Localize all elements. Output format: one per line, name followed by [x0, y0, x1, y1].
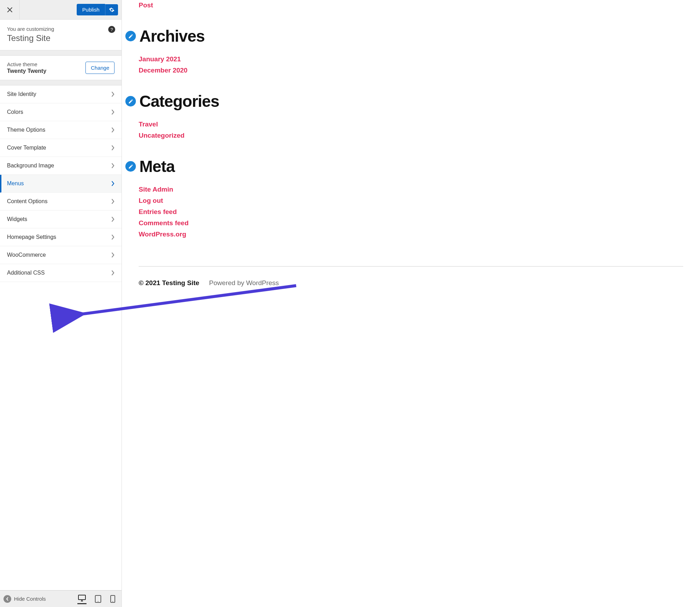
publish-settings-button[interactable]	[105, 4, 118, 15]
list-item: Entries feed	[139, 208, 700, 216]
chevron-right-icon	[111, 181, 115, 186]
customizer-header-panel: You are customizing Testing Site ?	[0, 20, 122, 50]
sidebar-item-content-options[interactable]: Content Options	[0, 193, 122, 211]
edit-widget-button[interactable]	[125, 31, 136, 41]
pencil-icon	[128, 164, 133, 169]
sidebar-item-cover-template[interactable]: Cover Template	[0, 139, 122, 157]
help-button[interactable]: ?	[108, 26, 115, 33]
list-item: January 2021	[139, 55, 700, 63]
widget-meta: MetaSite AdminLog outEntries feedComment…	[139, 157, 700, 238]
preview-pane: Post ArchivesJanuary 2021December 2020Ca…	[122, 0, 700, 607]
chevron-right-icon	[111, 127, 115, 133]
device-tablet-button[interactable]	[94, 593, 102, 604]
widget-link[interactable]: Site Admin	[139, 186, 173, 193]
sidebar-item-label: Homepage Settings	[7, 234, 56, 240]
sidebar-item-background-image[interactable]: Background Image	[0, 157, 122, 175]
site-title: Testing Site	[7, 33, 115, 43]
footer: © 2021 Testing Site Powered by WordPress	[139, 279, 700, 287]
gear-icon	[109, 7, 115, 13]
chevron-right-icon	[111, 109, 115, 115]
sidebar-item-additional-css[interactable]: Additional CSS	[0, 264, 122, 282]
widget-heading: Categories	[139, 92, 219, 111]
hide-controls-button[interactable]: Hide Controls	[4, 595, 46, 603]
device-mobile-button[interactable]	[110, 593, 116, 604]
change-theme-button[interactable]: Change	[85, 62, 115, 74]
sidebar-item-colors[interactable]: Colors	[0, 103, 122, 121]
sidebar-item-label: Site Identity	[7, 91, 36, 97]
sidebar-item-label: Additional CSS	[7, 270, 45, 276]
theme-panel: Active theme Twenty Twenty Change	[0, 55, 122, 80]
footer-separator	[139, 266, 683, 267]
list-item: Travel	[139, 120, 700, 128]
widget-heading: Meta	[139, 157, 175, 176]
customizer-sidebar: Publish You are customizing Testing Site…	[0, 0, 122, 607]
chevron-right-icon	[111, 91, 115, 97]
sidebar-item-label: Theme Options	[7, 127, 45, 133]
list-item: December 2020	[139, 67, 700, 74]
chevron-right-icon	[111, 234, 115, 240]
list-item: Comments feed	[139, 219, 700, 227]
chevron-right-icon	[111, 270, 115, 276]
sidebar-item-site-identity[interactable]: Site Identity	[0, 85, 122, 103]
close-customizer-button[interactable]	[0, 0, 20, 19]
customizer-section-list: Site IdentityColorsTheme OptionsCover Te…	[0, 85, 122, 590]
chevron-right-icon	[111, 216, 115, 222]
theme-name: Twenty Twenty	[7, 68, 46, 74]
widget-link[interactable]: Travel	[139, 120, 158, 128]
edit-widget-button[interactable]	[125, 96, 136, 106]
footer-copyright: © 2021 Testing Site	[139, 279, 199, 287]
svg-rect-0	[78, 595, 85, 600]
sidebar-item-label: Colors	[7, 109, 23, 115]
chevron-left-icon	[4, 595, 11, 603]
pencil-icon	[128, 99, 133, 104]
widget-link[interactable]: Entries feed	[139, 208, 177, 215]
list-item: WordPress.org	[139, 230, 700, 238]
chevron-right-icon	[111, 252, 115, 258]
svg-point-2	[98, 601, 98, 602]
widget-link[interactable]: December 2020	[139, 67, 187, 74]
publish-button[interactable]: Publish	[77, 4, 105, 15]
sidebar-item-widgets[interactable]: Widgets	[0, 211, 122, 228]
customizer-topbar: Publish	[0, 0, 122, 20]
widget-link[interactable]: Comments feed	[139, 219, 189, 227]
device-desktop-button[interactable]	[77, 593, 86, 604]
list-item: Uncategorized	[139, 132, 700, 139]
sidebar-item-homepage-settings[interactable]: Homepage Settings	[0, 228, 122, 246]
chevron-right-icon	[111, 199, 115, 204]
widget-link[interactable]: Uncategorized	[139, 132, 185, 139]
active-theme-label: Active theme	[7, 61, 46, 67]
chevron-right-icon	[111, 163, 115, 168]
widget-categories: CategoriesTravelUncategorized	[139, 92, 700, 139]
customizing-label: You are customizing	[7, 26, 115, 32]
edit-widget-button[interactable]	[125, 161, 136, 172]
mobile-icon	[110, 595, 115, 603]
sidebar-item-label: WooCommerce	[7, 252, 46, 258]
widget-heading: Archives	[139, 27, 205, 46]
desktop-icon	[78, 595, 86, 602]
footer-powered-by[interactable]: Powered by WordPress	[209, 279, 279, 287]
sidebar-item-label: Background Image	[7, 163, 54, 169]
hide-controls-label: Hide Controls	[14, 596, 46, 602]
sidebar-item-menus[interactable]: Menus	[0, 175, 122, 193]
widget-archives: ArchivesJanuary 2021December 2020	[139, 27, 700, 74]
close-icon	[7, 7, 13, 13]
widget-link[interactable]: January 2021	[139, 55, 181, 63]
svg-point-4	[112, 601, 113, 602]
post-link[interactable]: Post	[139, 1, 153, 9]
sidebar-item-label: Content Options	[7, 198, 48, 205]
widget-link[interactable]: WordPress.org	[139, 230, 186, 238]
widget-link-list: January 2021December 2020	[139, 55, 700, 74]
sidebar-item-label: Widgets	[7, 216, 27, 222]
list-item: Log out	[139, 197, 700, 205]
sidebar-item-label: Menus	[7, 180, 24, 187]
widget-link[interactable]: Log out	[139, 197, 163, 204]
widget-link-list: Site AdminLog outEntries feedComments fe…	[139, 186, 700, 238]
widget-link-list: TravelUncategorized	[139, 120, 700, 139]
sidebar-item-label: Cover Template	[7, 145, 46, 151]
help-icon: ?	[110, 27, 113, 32]
list-item: Site Admin	[139, 186, 700, 193]
sidebar-item-theme-options[interactable]: Theme Options	[0, 121, 122, 139]
sidebar-item-woocommerce[interactable]: WooCommerce	[0, 246, 122, 264]
tablet-icon	[95, 595, 101, 603]
pencil-icon	[128, 34, 133, 39]
